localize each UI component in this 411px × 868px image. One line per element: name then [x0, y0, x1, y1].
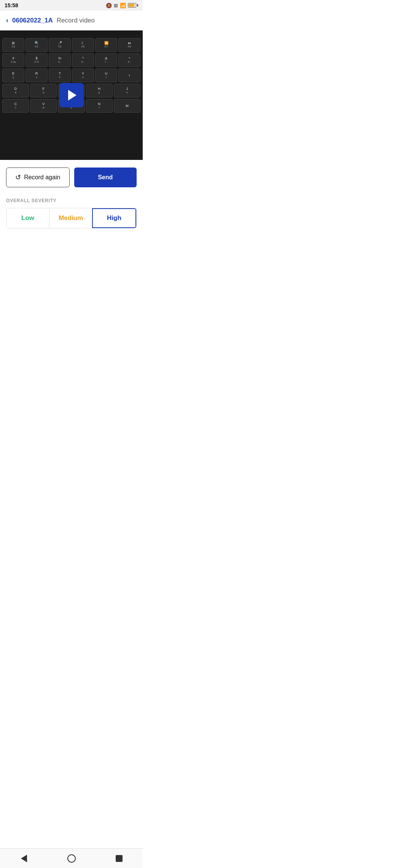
severity-button-group: Low Medium High: [6, 208, 137, 228]
page-subtitle: Record video: [57, 17, 95, 24]
chevron-left-icon: ‹: [6, 16, 8, 24]
bell-mute-icon: 🔕: [106, 3, 112, 8]
play-icon: [68, 90, 76, 101]
keyboard-row-1: ⊞F3 🔍F4 🎤F5 ☾F6 ⏪F7 ⏯F8: [1, 38, 142, 52]
severity-low-button[interactable]: Low: [6, 208, 49, 228]
back-button[interactable]: ‹: [6, 16, 8, 24]
battery-icon: [128, 3, 138, 8]
page-title: 06062022_1A: [12, 17, 53, 24]
refresh-icon: ↺: [15, 173, 21, 182]
close-box-icon: ⊠: [114, 3, 118, 8]
record-again-button[interactable]: ↺ Record again: [6, 168, 70, 187]
severity-high-label: High: [107, 214, 121, 222]
wifi-icon: 📶: [120, 3, 126, 8]
send-label: Send: [98, 174, 113, 181]
status-bar: 15:58 🔕 ⊠ 📶: [0, 0, 143, 11]
send-button[interactable]: Send: [74, 168, 137, 187]
keyboard-row-3: Eу Rк Tе Yн Uг I: [1, 69, 142, 82]
keyboard-row-2: #3 № $4 % %5 : ^6 , &7 . *8 :: [1, 53, 142, 67]
severity-section-label: OVERALL SEVERITY: [6, 198, 137, 203]
severity-medium-label: Medium: [59, 214, 83, 222]
record-again-label: Record again: [24, 174, 60, 181]
severity-high-button[interactable]: High: [92, 208, 136, 228]
header: ‹ 06062022_1A Record video: [0, 11, 143, 30]
severity-low-label: Low: [21, 214, 34, 222]
video-thumbnail[interactable]: ⊞F3 🔍F4 🎤F5 ☾F6 ⏪F7 ⏯F8 #3 № $4 % %5 : ^…: [0, 30, 143, 160]
status-icons: 🔕 ⊠ 📶: [106, 3, 138, 8]
severity-section: OVERALL SEVERITY Low Medium High: [0, 195, 143, 236]
status-time: 15:58: [5, 2, 18, 8]
severity-medium-button[interactable]: Medium: [49, 208, 92, 228]
play-button[interactable]: [59, 83, 84, 107]
action-buttons-row: ↺ Record again Send: [0, 160, 143, 195]
